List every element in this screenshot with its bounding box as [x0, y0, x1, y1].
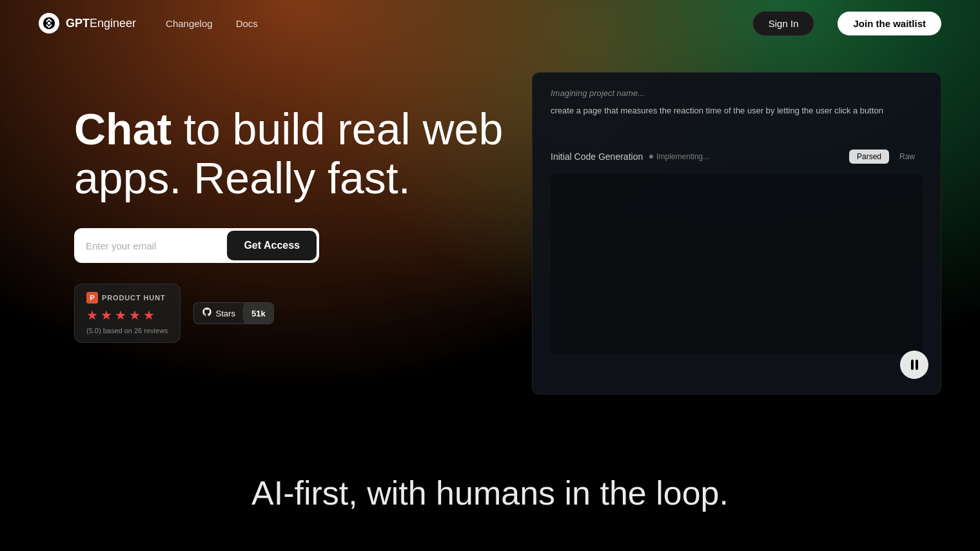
- social-proof: P PRODUCT HUNT ★ ★ ★ ★ ★ (5.0) based on …: [74, 284, 513, 343]
- logo-link[interactable]: GPTEngineer: [39, 13, 136, 34]
- star-2: ★: [101, 307, 112, 323]
- impl-dot: [649, 155, 653, 159]
- tab-parsed[interactable]: Parsed: [849, 150, 889, 164]
- hero-title: Chat to build real web apps. Really fast…: [74, 104, 513, 202]
- code-gen-section: Initial Code Generation Implementing... …: [551, 150, 923, 164]
- code-area: [551, 174, 923, 354]
- app-window: Imagining project name... create a page …: [532, 72, 941, 394]
- product-hunt-icon: P: [86, 292, 98, 304]
- signin-button[interactable]: Sign In: [752, 11, 815, 36]
- email-form: Get Access: [74, 228, 319, 263]
- bottom-text: AI-first, with humans in the loop.: [0, 474, 980, 512]
- nav-link-changelog[interactable]: Changelog: [166, 18, 213, 29]
- imagining-text: Imagining project name...: [551, 88, 923, 98]
- bottom-heading: AI-first, with humans in the loop.: [0, 474, 980, 512]
- pause-icon: [911, 360, 918, 370]
- github-count: 51k: [244, 303, 273, 324]
- tab-raw[interactable]: Raw: [892, 150, 923, 164]
- navigation: GPTEngineer Changelog Docs Sign In Join …: [0, 0, 980, 46]
- github-icon: [202, 307, 212, 320]
- github-stars-label: Stars: [216, 309, 235, 318]
- join-waitlist-button[interactable]: Join the waitlist: [838, 12, 941, 35]
- github-stars-part: Stars: [194, 307, 244, 320]
- star-5: ★: [143, 307, 155, 323]
- ph-reviews: (5.0) based on 26 reviews: [86, 327, 168, 334]
- svg-point-1: [48, 22, 51, 25]
- pause-bar-right: [916, 360, 918, 370]
- implementing-badge: Implementing...: [649, 152, 709, 161]
- stars-row: ★ ★ ★ ★ ★: [86, 307, 168, 323]
- nav-link-docs[interactable]: Docs: [236, 18, 258, 29]
- code-gen-left: Initial Code Generation Implementing...: [551, 151, 709, 162]
- pause-button[interactable]: [900, 351, 928, 379]
- github-badge[interactable]: Stars 51k: [193, 302, 274, 324]
- main-content: Chat to build real web apps. Really fast…: [0, 46, 980, 394]
- pause-bar-left: [911, 360, 914, 370]
- product-hunt-label: PRODUCT HUNT: [102, 294, 166, 302]
- window-top: Imagining project name... create a page …: [551, 88, 923, 117]
- ph-header: P PRODUCT HUNT: [86, 292, 168, 304]
- code-gen-label: Initial Code Generation: [551, 151, 643, 162]
- product-hunt-badge: P PRODUCT HUNT ★ ★ ★ ★ ★ (5.0) based on …: [74, 284, 181, 343]
- star-1: ★: [86, 307, 98, 323]
- prompt-text: create a page that measures the reaction…: [551, 104, 923, 117]
- star-3: ★: [115, 307, 126, 323]
- email-input[interactable]: [74, 228, 224, 263]
- hero-right: Imagining project name... create a page …: [532, 72, 980, 394]
- get-access-button[interactable]: Get Access: [227, 231, 317, 260]
- hero-left: Chat to build real web apps. Really fast…: [74, 85, 513, 343]
- logo-icon: [39, 13, 59, 34]
- logo-text: GPTEngineer: [66, 17, 136, 30]
- tab-group: Parsed Raw: [849, 150, 923, 164]
- star-4: ★: [129, 307, 141, 323]
